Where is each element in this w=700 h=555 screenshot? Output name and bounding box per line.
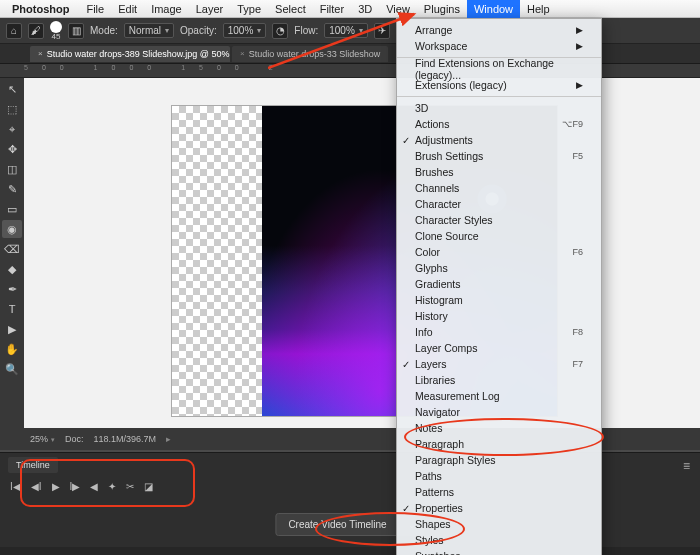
shortcut-label: F6 xyxy=(572,247,583,257)
menu-item-character-styles[interactable]: Character Styles xyxy=(397,212,601,228)
brush-tool-icon[interactable]: ◉ xyxy=(2,220,22,238)
zoom-level[interactable]: 25% xyxy=(30,434,55,444)
frame-tool-icon[interactable]: ◫ xyxy=(2,160,22,178)
hand-tool-icon[interactable]: ✋ xyxy=(2,340,22,358)
mode-label: Mode: xyxy=(90,25,118,36)
menu-item-properties[interactable]: ✓Properties xyxy=(397,500,601,516)
brush-tool-icon[interactable]: 🖌 xyxy=(28,23,44,39)
menu-help[interactable]: Help xyxy=(520,0,557,18)
app-name[interactable]: Photoshop xyxy=(12,3,69,15)
mute-icon[interactable]: ✦ xyxy=(108,481,116,492)
menu-item-paragraph-styles[interactable]: Paragraph Styles xyxy=(397,452,601,468)
menu-item-history[interactable]: History xyxy=(397,308,601,324)
last-frame-icon[interactable]: ◀ xyxy=(90,481,98,492)
menu-item-3d[interactable]: 3D xyxy=(397,100,601,116)
tab-title: Studio water drops-33 Slideshow xyxy=(249,49,381,59)
menu-item-brushes[interactable]: Brushes xyxy=(397,164,601,180)
menu-item-actions[interactable]: Actions⌥F9 xyxy=(397,116,601,132)
menu-item-paragraph[interactable]: Paragraph xyxy=(397,436,601,452)
healing-tool-icon[interactable]: ▭ xyxy=(2,200,22,218)
menu-item-navigator[interactable]: Navigator xyxy=(397,404,601,420)
menu-item-histogram[interactable]: Histogram xyxy=(397,292,601,308)
menu-item-layer-comps[interactable]: Layer Comps xyxy=(397,340,601,356)
menu-window[interactable]: Window xyxy=(467,0,520,18)
path-tool-icon[interactable]: ▶ xyxy=(2,320,22,338)
submenu-arrow-icon: ▶ xyxy=(576,80,583,90)
menu-item-adjustments[interactable]: ✓Adjustments xyxy=(397,132,601,148)
airbrush-icon[interactable]: ✈ xyxy=(374,23,390,39)
next-frame-icon[interactable]: I▶ xyxy=(70,481,81,492)
menu-edit[interactable]: Edit xyxy=(111,0,144,18)
menu-item-glyphs[interactable]: Glyphs xyxy=(397,260,601,276)
eyedropper-tool-icon[interactable]: ✎ xyxy=(2,180,22,198)
check-icon: ✓ xyxy=(402,503,410,514)
tab-title: Studio water drops-389 Slideshow.jpg @ 5… xyxy=(47,49,230,59)
check-icon: ✓ xyxy=(402,359,410,370)
pen-tool-icon[interactable]: ✒ xyxy=(2,280,22,298)
menu-view[interactable]: View xyxy=(379,0,417,18)
menu-item-gradients[interactable]: Gradients xyxy=(397,276,601,292)
menu-separator xyxy=(397,96,601,97)
menu-item-notes[interactable]: Notes xyxy=(397,420,601,436)
menu-filter[interactable]: Filter xyxy=(313,0,351,18)
menu-item-info[interactable]: InfoF8 xyxy=(397,324,601,340)
panel-menu-icon[interactable]: ≡ xyxy=(683,459,690,473)
menu-image[interactable]: Image xyxy=(144,0,189,18)
brush-preview-icon[interactable] xyxy=(50,21,62,33)
menu-plugins[interactable]: Plugins xyxy=(417,0,467,18)
create-video-timeline-button[interactable]: Create Video Timeline xyxy=(275,513,399,536)
pressure-opacity-icon[interactable]: ◔ xyxy=(272,23,288,39)
timeline-tab[interactable]: Timeline xyxy=(8,457,58,473)
clone-tool-icon[interactable]: ⌫ xyxy=(2,240,22,258)
zoom-tool-icon[interactable]: 🔍 xyxy=(2,360,22,378)
window-menu-dropdown: Arrange▶ Workspace▶ Find Extensions on E… xyxy=(396,18,602,555)
close-icon[interactable]: × xyxy=(38,49,43,58)
menu-item-channels[interactable]: Channels xyxy=(397,180,601,196)
first-frame-icon[interactable]: I◀ xyxy=(10,481,21,492)
menu-item-measurement-log[interactable]: Measurement Log xyxy=(397,388,601,404)
menu-item-workspace[interactable]: Workspace▶ xyxy=(397,38,601,54)
opacity-select[interactable]: 100% xyxy=(223,23,267,38)
menu-item-find-extensions[interactable]: Find Extensions on Exchange (legacy)... xyxy=(397,61,601,77)
flow-label: Flow: xyxy=(294,25,318,36)
marquee-tool-icon[interactable]: ⬚ xyxy=(2,100,22,118)
menu-item-libraries[interactable]: Libraries xyxy=(397,372,601,388)
play-icon[interactable]: ▶ xyxy=(52,481,60,492)
transition-icon[interactable]: ◪ xyxy=(144,481,153,492)
menu-item-shapes[interactable]: Shapes xyxy=(397,516,601,532)
gradient-tool-icon[interactable]: ◆ xyxy=(2,260,22,278)
menu-item-color[interactable]: ColorF6 xyxy=(397,244,601,260)
doc-size: 118.1M/396.7M xyxy=(94,434,157,444)
menu-file[interactable]: File xyxy=(79,0,111,18)
menu-type[interactable]: Type xyxy=(230,0,268,18)
menu-item-extensions-legacy[interactable]: Extensions (legacy)▶ xyxy=(397,77,601,93)
home-icon[interactable]: ⌂ xyxy=(6,23,22,39)
menu-item-patterns[interactable]: Patterns xyxy=(397,484,601,500)
menu-item-styles[interactable]: Styles xyxy=(397,532,601,548)
menu-item-character[interactable]: Character xyxy=(397,196,601,212)
tools-panel: ↖ ⬚ ⌖ ✥ ◫ ✎ ▭ ◉ ⌫ ◆ ✒ T ▶ ✋ 🔍 xyxy=(0,78,24,450)
lasso-tool-icon[interactable]: ⌖ xyxy=(2,120,22,138)
menu-3d[interactable]: 3D xyxy=(351,0,379,18)
close-icon[interactable]: × xyxy=(240,49,245,58)
menu-item-swatches[interactable]: Swatches xyxy=(397,548,601,555)
menu-item-layers[interactable]: ✓LayersF7 xyxy=(397,356,601,372)
brush-panel-icon[interactable]: ▥ xyxy=(68,23,84,39)
status-arrow-icon[interactable]: ▸ xyxy=(166,434,171,444)
move-tool-icon[interactable]: ↖ xyxy=(2,80,22,98)
prev-frame-icon[interactable]: ◀I xyxy=(31,481,42,492)
type-tool-icon[interactable]: T xyxy=(2,300,22,318)
menu-item-clone-source[interactable]: Clone Source xyxy=(397,228,601,244)
crop-tool-icon[interactable]: ✥ xyxy=(2,140,22,158)
menu-item-brush-settings[interactable]: Brush SettingsF5 xyxy=(397,148,601,164)
document-tab[interactable]: ×Studio water drops-389 Slideshow.jpg @ … xyxy=(30,46,230,62)
menu-item-paths[interactable]: Paths xyxy=(397,468,601,484)
menu-layer[interactable]: Layer xyxy=(189,0,231,18)
submenu-arrow-icon: ▶ xyxy=(576,25,583,35)
flow-select[interactable]: 100% xyxy=(324,23,368,38)
document-tab[interactable]: ×Studio water drops-33 Slideshow xyxy=(232,46,388,62)
menu-item-arrange[interactable]: Arrange▶ xyxy=(397,22,601,38)
menu-select[interactable]: Select xyxy=(268,0,313,18)
mode-select[interactable]: Normal xyxy=(124,23,174,38)
split-icon[interactable]: ✂ xyxy=(126,481,134,492)
